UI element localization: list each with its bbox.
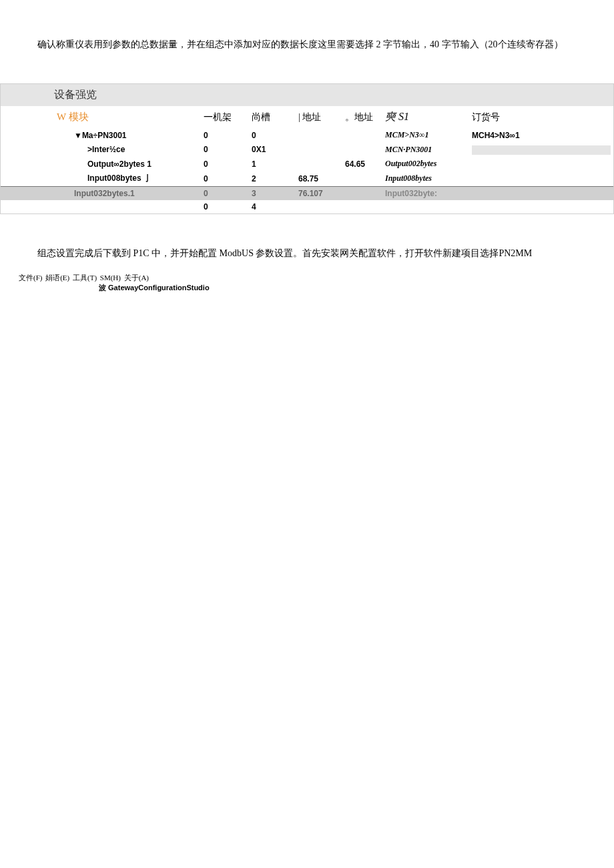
cell <box>296 200 342 213</box>
cell: 0 <box>201 200 249 213</box>
cell: MCH4>N3∞1 <box>469 128 613 142</box>
cell: 0 <box>201 128 249 142</box>
col-rack-header: 一机架 <box>201 106 249 128</box>
para1-text: 确认称重仪表用到参数的总数据量，并在组态中添加对应的数据长度这里需要选择 2 字… <box>19 37 595 51</box>
device-overview-panel: 设备强览 W 模块 一机架 尚槽 | 地址 。地址 奭 S1 订货号 ▼Ma÷P… <box>0 83 614 214</box>
cell <box>342 171 382 187</box>
col-qaddr-header: 。地址 <box>342 106 382 128</box>
menu-tool[interactable]: 工具(T) <box>73 274 97 282</box>
cell: 1 <box>249 157 296 171</box>
cell: 0 <box>201 171 249 187</box>
table-row[interactable]: >Inter½ce00X1MCN·PN3001 <box>1 142 613 157</box>
cell: ▼Ma÷PN3001 <box>1 128 201 142</box>
cell: Output∞2bytes 1 <box>1 157 201 171</box>
cell <box>342 128 382 142</box>
cell <box>342 142 382 157</box>
cell: MCN·PN3001 <box>382 142 469 157</box>
cell <box>469 171 613 187</box>
table-row[interactable]: Input032bytes.10376.107Input032byte: <box>1 187 613 201</box>
cell <box>469 157 613 171</box>
cell: 0 <box>249 128 296 142</box>
cell: Output002bytes <box>382 157 469 171</box>
cell <box>296 142 342 157</box>
menu-subtitle: 波 GatewayConfigurationStudio <box>19 283 614 293</box>
cell: 76.107 <box>296 187 342 201</box>
menu-file[interactable]: 文件(F) <box>19 274 42 282</box>
paragraph-2: 组态设置完成后下载到 P1C 中，并开始配置 ModbUS 参数设置。首先安装网… <box>0 214 614 261</box>
cell: >Inter½ce <box>1 142 201 157</box>
cell <box>296 157 342 171</box>
cell: 0 <box>201 142 249 157</box>
device-table: W 模块 一机架 尚槽 | 地址 。地址 奭 S1 订货号 ▼Ma÷PN3001… <box>1 106 613 213</box>
cell <box>1 200 201 213</box>
cell: 0 <box>201 157 249 171</box>
cell <box>469 187 613 201</box>
panel-title: 设备强览 <box>1 84 613 106</box>
cell <box>382 200 469 213</box>
cell <box>469 142 613 157</box>
cell <box>342 200 382 213</box>
cell <box>342 187 382 201</box>
cell: Input008bytes <box>382 171 469 187</box>
cell <box>296 128 342 142</box>
table-row[interactable]: 04 <box>1 200 613 213</box>
table-row[interactable]: Input008bytes 亅0268.75Input008bytes <box>1 171 613 187</box>
table-row[interactable]: Output∞2bytes 10164.65Output002bytes <box>1 157 613 171</box>
menubar: 文件(F) 娟语(E) 工具(T) SM(H) 关于(A) 波 GatewayC… <box>0 261 614 293</box>
cell: 3 <box>249 187 296 201</box>
cell: 4 <box>249 200 296 213</box>
menu-sm[interactable]: SM(H) <box>100 274 121 282</box>
cell: 64.65 <box>342 157 382 171</box>
col-module-header: W 模块 <box>1 106 201 128</box>
cell: 68.75 <box>296 171 342 187</box>
table-header-row: W 模块 一机架 尚槽 | 地址 。地址 奭 S1 订货号 <box>1 106 613 128</box>
menu-edit[interactable]: 娟语(E) <box>45 274 69 282</box>
cell: Input032bytes.1 <box>1 187 201 201</box>
col-slot-header: 尚槽 <box>249 106 296 128</box>
col-iaddr-header: | 地址 <box>296 106 342 128</box>
cell <box>469 200 613 213</box>
table-body: ▼Ma÷PN300100MCM>N3∞1MCH4>N3∞1>Inter½ce00… <box>1 128 613 213</box>
cell: MCM>N3∞1 <box>382 128 469 142</box>
col-order-header: 订货号 <box>469 106 613 128</box>
col-type-header: 奭 S1 <box>382 106 469 128</box>
cell: 0X1 <box>249 142 296 157</box>
order-input[interactable] <box>472 145 611 155</box>
cell: Input008bytes 亅 <box>1 171 201 187</box>
paragraph-1: 确认称重仪表用到参数的总数据量，并在组态中添加对应的数据长度这里需要选择 2 字… <box>0 0 614 51</box>
cell: 2 <box>249 171 296 187</box>
para2-text: 组态设置完成后下载到 P1C 中，并开始配置 ModbUS 参数设置。首先安装网… <box>19 246 595 261</box>
cell: Input032byte: <box>382 187 469 201</box>
cell: 0 <box>201 187 249 201</box>
table-row[interactable]: ▼Ma÷PN300100MCM>N3∞1MCH4>N3∞1 <box>1 128 613 142</box>
menu-about[interactable]: 关于(A) <box>124 274 149 282</box>
